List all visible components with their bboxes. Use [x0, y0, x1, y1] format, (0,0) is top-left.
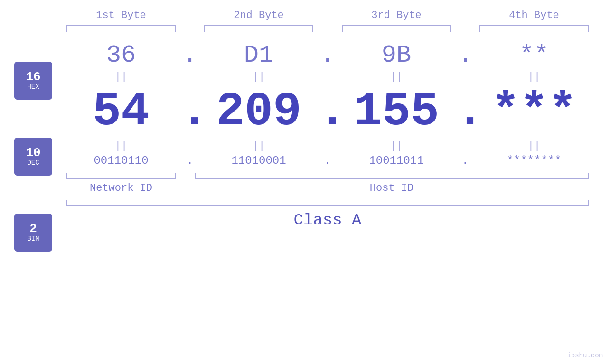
- hex-value-3: 9B: [342, 41, 451, 69]
- bin-value-1: 00110110: [66, 154, 176, 167]
- eq2-1: ||: [66, 140, 176, 152]
- dot-bin-2: .: [318, 154, 337, 167]
- equals-row-2: || || || ||: [66, 140, 589, 152]
- dec-value-3: 155: [342, 85, 451, 139]
- class-label-container: Class A: [66, 211, 589, 229]
- byte-header-2: 2nd Byte: [204, 9, 313, 21]
- bin-row: 00110110 . 11010001 . 10011011 . *******…: [66, 154, 589, 167]
- dec-value-2: 209: [204, 85, 313, 139]
- top-brackets-row: [66, 25, 589, 32]
- eq-3: ||: [342, 71, 451, 83]
- watermark: ipshu.com: [567, 352, 603, 359]
- equals-row-1: || || || ||: [66, 71, 589, 83]
- hex-base-label: HEX: [27, 83, 39, 91]
- bin-base-num: 2: [29, 223, 37, 235]
- dot-dec-1: .: [180, 85, 199, 139]
- dec-row: 54 . 209 . 155 . ***: [66, 85, 589, 139]
- base-label-boxes: 16 HEX 10 DEC 2 BIN: [14, 62, 52, 252]
- top-bracket-1: [66, 25, 176, 32]
- hex-value-1: 36: [66, 41, 176, 69]
- hex-row: 36 . D1 . 9B . **: [66, 41, 589, 69]
- bin-base-label: BIN: [27, 235, 39, 243]
- bin-value-4: ********: [479, 154, 589, 167]
- outer-bracket-container: [66, 200, 589, 206]
- dec-base-num: 10: [26, 147, 40, 159]
- eq2-4: ||: [479, 140, 589, 152]
- bin-base-box: 2 BIN: [14, 214, 52, 252]
- host-bracket: [195, 173, 589, 179]
- sub-brackets: [66, 173, 589, 179]
- dec-base-box: 10 DEC: [14, 138, 52, 176]
- dot-hex-2: .: [318, 41, 337, 69]
- main-layout: 1st Byte 2nd Byte 3rd Byte 4th Byte 36 .…: [0, 0, 610, 229]
- outer-bracket: [66, 200, 589, 206]
- class-label: Class A: [294, 211, 362, 229]
- network-id-label: Network ID: [66, 182, 176, 194]
- eq2-2: ||: [204, 140, 313, 152]
- dec-base-label: DEC: [27, 159, 39, 167]
- net-bracket: [66, 173, 176, 179]
- hex-base-num: 16: [26, 71, 40, 83]
- id-labels: Network ID Host ID: [66, 182, 589, 194]
- bin-value-3: 10011011: [342, 154, 451, 167]
- bin-value-2: 11010001: [204, 154, 313, 167]
- host-id-label: Host ID: [195, 182, 589, 194]
- byte-header-4: 4th Byte: [479, 9, 589, 21]
- eq-4: ||: [479, 71, 589, 83]
- byte-headers-row: 1st Byte 2nd Byte 3rd Byte 4th Byte: [66, 9, 589, 21]
- eq-1: ||: [66, 71, 176, 83]
- dot-hex-3: .: [456, 41, 475, 69]
- hex-value-2: D1: [204, 41, 313, 69]
- top-bracket-3: [342, 25, 451, 32]
- top-bracket-2: [204, 25, 313, 32]
- dot-dec-2: .: [318, 85, 337, 139]
- dec-value-1: 54: [66, 85, 176, 139]
- dot-bin-3: .: [456, 154, 475, 167]
- hex-value-4: **: [479, 41, 589, 69]
- dot-dec-3: .: [456, 85, 475, 139]
- dot-bin-1: .: [180, 154, 199, 167]
- dot-hex-1: .: [180, 41, 199, 69]
- top-bracket-4: [479, 25, 589, 32]
- byte-header-3: 3rd Byte: [342, 9, 451, 21]
- dec-value-4: ***: [479, 85, 589, 139]
- eq-2: ||: [204, 71, 313, 83]
- hex-base-box: 16 HEX: [14, 62, 52, 100]
- eq2-3: ||: [342, 140, 451, 152]
- byte-header-1: 1st Byte: [66, 9, 176, 21]
